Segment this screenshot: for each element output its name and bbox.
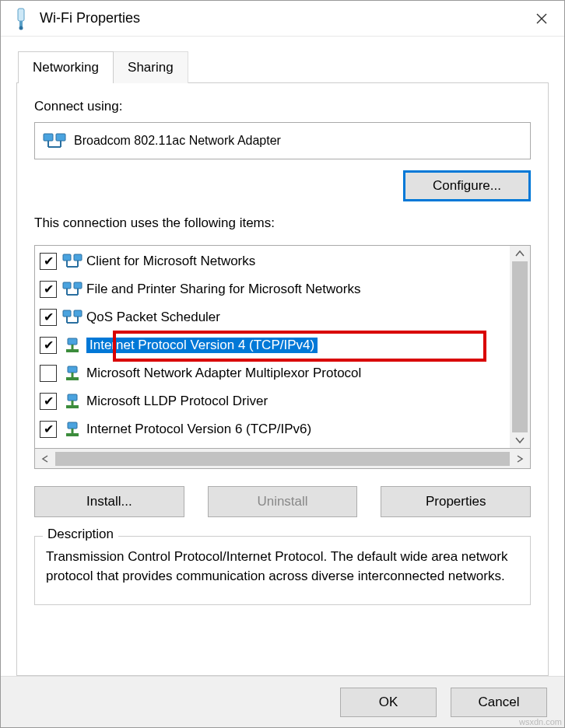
svg-rect-34: [68, 422, 77, 429]
list-item[interactable]: Client for Microsoft Networks: [35, 247, 510, 275]
item-checkbox[interactable]: [40, 365, 57, 382]
svg-rect-15: [63, 282, 71, 289]
item-checkbox[interactable]: [40, 337, 57, 354]
svg-rect-0: [18, 9, 24, 21]
scroll-down-icon: [515, 436, 525, 445]
scroll-right-icon: [510, 453, 530, 465]
protocol-icon: [61, 421, 83, 438]
item-label: Internet Protocol Version 4 (TCP/IPv4): [86, 338, 318, 353]
close-button[interactable]: [524, 1, 560, 37]
ok-button[interactable]: OK: [340, 688, 437, 717]
install-button[interactable]: Install...: [34, 486, 184, 517]
connect-using-label: Connect using:: [34, 99, 531, 114]
tab-sharing[interactable]: Sharing: [113, 51, 188, 83]
vertical-scroll-thumb[interactable]: [512, 261, 528, 432]
svg-rect-10: [63, 254, 71, 261]
item-label: Microsoft LLDP Protocol Driver: [86, 394, 268, 409]
svg-rect-31: [68, 394, 77, 401]
adapter-selector[interactable]: Broadcom 802.11ac Network Adapter: [34, 122, 531, 159]
watermark: wsxdn.com: [0, 717, 562, 726]
wifi-adapter-icon: [10, 6, 32, 31]
tab-strip: Networking Sharing: [18, 51, 549, 82]
item-checkbox[interactable]: [40, 281, 57, 298]
horizontal-scrollbar[interactable]: [34, 449, 531, 469]
networking-pane: Connect using: Broadcom 802.11ac Network…: [16, 82, 549, 676]
svg-rect-11: [74, 254, 82, 261]
list-item[interactable]: Microsoft Network Adapter Multiplexor Pr…: [35, 359, 510, 387]
item-checkbox[interactable]: [40, 253, 57, 270]
item-label: Microsoft Network Adapter Multiplexor Pr…: [86, 366, 361, 381]
item-label: QoS Packet Scheduler: [86, 310, 220, 325]
item-checkbox[interactable]: [40, 309, 57, 326]
svg-rect-16: [74, 282, 82, 289]
cancel-button[interactable]: Cancel: [451, 688, 547, 717]
horizontal-scroll-thumb[interactable]: [55, 452, 510, 466]
list-item[interactable]: File and Printer Sharing for Microsoft N…: [35, 275, 510, 303]
tab-networking[interactable]: Networking: [18, 51, 114, 83]
protocol-icon: [61, 393, 83, 410]
scroll-up-icon: [515, 249, 525, 258]
close-icon: [536, 13, 547, 24]
svg-rect-21: [74, 310, 82, 317]
vertical-scrollbar[interactable]: [510, 246, 530, 448]
dialog-client-area: Networking Sharing Connect using: Broadc…: [1, 37, 564, 676]
svg-rect-25: [68, 338, 77, 345]
item-label: Internet Protocol Version 6 (TCP/IPv6): [86, 422, 311, 437]
titlebar: Wi-Fi Properties: [1, 1, 564, 37]
window-title: Wi-Fi Properties: [40, 10, 140, 26]
description-text: Transmission Control Protocol/Internet P…: [46, 548, 519, 586]
items-label: This connection uses the following items…: [34, 215, 531, 231]
item-checkbox[interactable]: [40, 393, 57, 410]
item-label: Client for Microsoft Networks: [86, 254, 255, 269]
wifi-properties-dialog: Wi-Fi Properties Networking Sharing Conn…: [0, 0, 565, 728]
lan-icon: [61, 281, 83, 298]
svg-rect-28: [68, 366, 77, 373]
uninstall-button: Uninstall: [208, 486, 358, 517]
list-item[interactable]: Internet Protocol Version 6 (TCP/IPv6): [35, 415, 510, 443]
network-adapter-icon: [43, 131, 66, 150]
adapter-name: Broadcom 802.11ac Network Adapter: [74, 134, 281, 148]
scroll-left-icon: [35, 453, 55, 465]
svg-rect-6: [56, 134, 65, 141]
protocol-icon: [61, 365, 83, 382]
lan-icon: [61, 309, 83, 326]
item-label: File and Printer Sharing for Microsoft N…: [86, 282, 360, 297]
connection-items-list: Client for Microsoft NetworksFile and Pr…: [34, 245, 531, 449]
list-item[interactable]: Internet Protocol Version 4 (TCP/IPv4): [35, 331, 510, 359]
description-legend: Description: [43, 527, 118, 542]
configure-button[interactable]: Configure...: [403, 170, 531, 201]
svg-rect-20: [63, 310, 71, 317]
list-item[interactable]: Microsoft LLDP Protocol Driver: [35, 387, 510, 415]
description-group: Description Transmission Control Protoco…: [34, 536, 531, 605]
protocol-icon: [61, 337, 83, 354]
item-checkbox[interactable]: [40, 421, 57, 438]
list-item[interactable]: QoS Packet Scheduler: [35, 303, 510, 331]
lan-icon: [61, 253, 83, 270]
svg-rect-5: [44, 134, 53, 141]
properties-button[interactable]: Properties: [381, 486, 531, 517]
svg-point-2: [19, 26, 23, 30]
